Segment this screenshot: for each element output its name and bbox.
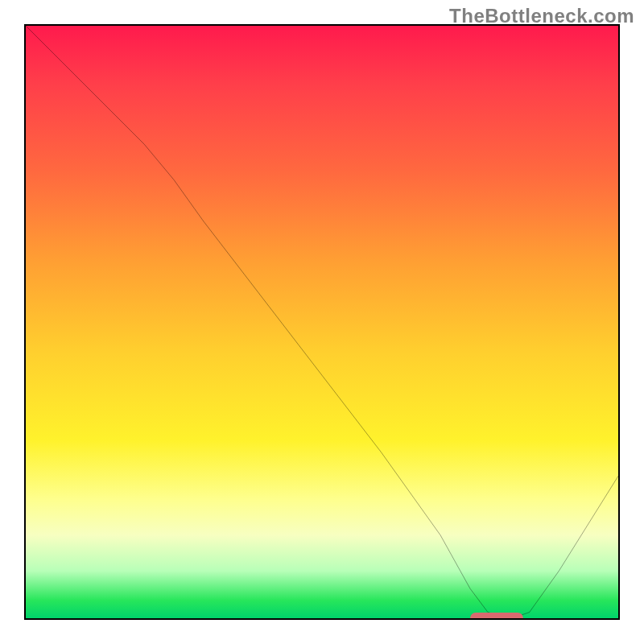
- watermark-text: TheBottleneck.com: [449, 5, 634, 27]
- optimal-range-marker: [470, 613, 523, 620]
- curve-path: [26, 26, 618, 618]
- plot-area: [24, 24, 620, 620]
- bottleneck-curve: [26, 26, 618, 618]
